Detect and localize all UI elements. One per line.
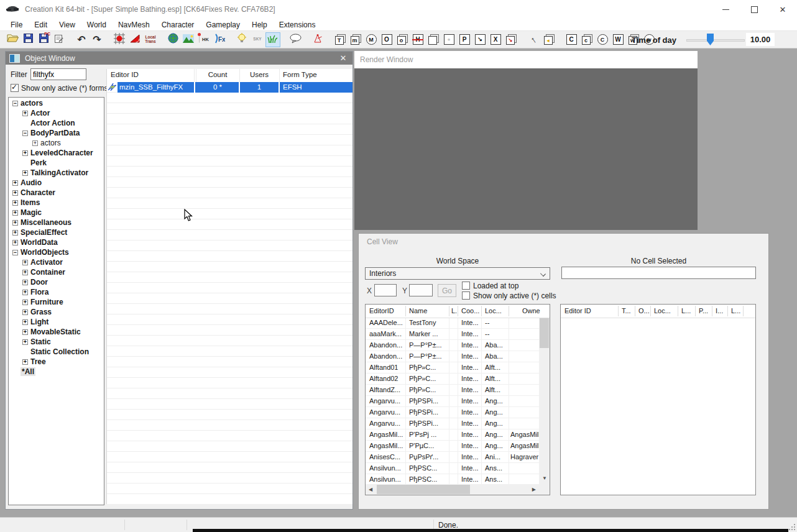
expand-icon[interactable]: + bbox=[22, 359, 28, 365]
world-space-select[interactable]: Interiors bbox=[365, 267, 550, 280]
toolbar-marker-link-cube-button[interactable]: ↘ bbox=[504, 32, 518, 47]
cell-row[interactable]: Ansilvun...РђРЅС...Inte...Ans... bbox=[366, 474, 539, 484]
tree-item-magic[interactable]: +Magic bbox=[9, 208, 104, 218]
expand-icon[interactable]: + bbox=[22, 150, 28, 156]
toolbar-marker-cube-button[interactable] bbox=[426, 32, 441, 47]
object-window-close-icon[interactable]: ✕ bbox=[338, 52, 349, 65]
toolbar-marker-bounds-button[interactable]: ▫ bbox=[441, 32, 456, 47]
filter-input[interactable] bbox=[30, 68, 86, 80]
tree-item-furniture[interactable]: +Furniture bbox=[9, 297, 104, 307]
tree-item-grass[interactable]: +Grass bbox=[9, 307, 104, 317]
tree-item-static-collection[interactable]: Static Collection bbox=[9, 347, 104, 357]
column-header-name-1[interactable]: Name bbox=[409, 307, 427, 314]
menu-item-edit[interactable]: Edit bbox=[29, 19, 53, 30]
menu-item-navmesh[interactable]: NavMesh bbox=[113, 19, 156, 30]
toolbar-save-button[interactable] bbox=[21, 32, 35, 47]
show-only-active-cells-checkbox[interactable]: ✓ bbox=[462, 291, 470, 300]
cell-list-hscrollbar[interactable]: ◀ ▶ bbox=[366, 484, 539, 495]
cell-row[interactable]: AnisesC...РџРѕРґ...Inte...Ani...Hagraver bbox=[366, 452, 539, 463]
expand-icon[interactable]: + bbox=[22, 319, 28, 325]
cell-row[interactable]: Abandon...Р—Р°Р±...Inte...Aba... bbox=[366, 340, 539, 351]
column-header-loc-4[interactable]: Loc... bbox=[485, 307, 502, 314]
menu-item-extensions[interactable]: Extensions bbox=[274, 19, 322, 30]
tree-item-door[interactable]: +Door bbox=[9, 277, 104, 287]
toolbar-toggle-water-fx-button[interactable]: Fx bbox=[212, 32, 227, 47]
cell-row[interactable]: AlftandZ...РђР»С...Inte...Alft... bbox=[366, 385, 539, 396]
ref-column-header-editor-id-0[interactable]: Editor ID bbox=[564, 307, 591, 314]
expand-icon[interactable]: + bbox=[22, 170, 28, 176]
toolbar-marker-temp-button[interactable]: T bbox=[333, 32, 348, 47]
menu-item-file[interactable]: File bbox=[5, 19, 29, 30]
expand-icon[interactable]: + bbox=[12, 240, 18, 245]
toolbar-marker-sound-cube-button[interactable]: ◂ bbox=[541, 32, 556, 47]
tree-item-character[interactable]: +Character bbox=[9, 188, 104, 198]
expand-icon[interactable]: + bbox=[22, 310, 28, 315]
cell-row[interactable]: Alftand02РђР»С...Inte...Alft... bbox=[366, 374, 539, 385]
toolbar-toggle-lights-button[interactable] bbox=[234, 32, 249, 47]
show-only-active-forms-checkbox[interactable]: ✓ bbox=[11, 84, 19, 92]
time-of-day-slider-thumb[interactable] bbox=[707, 34, 714, 45]
toolbar-marker-occlusion-cube-button[interactable]: o bbox=[395, 32, 410, 47]
toolbar-open-button[interactable] bbox=[5, 32, 20, 47]
cell-row[interactable]: Angarvu...РђРЅРі...Inte...Ang... bbox=[366, 407, 539, 418]
tree-item-actor-action[interactable]: Actor Action bbox=[9, 118, 104, 128]
vscroll-thumb[interactable] bbox=[540, 316, 549, 348]
collapse-icon[interactable]: − bbox=[12, 101, 18, 106]
expand-icon[interactable]: + bbox=[22, 270, 28, 275]
cell-list-vscrollbar[interactable]: ▲ ▼ bbox=[539, 305, 550, 484]
expand-icon[interactable]: + bbox=[12, 220, 18, 226]
toolbar-marker-portal-button[interactable]: P bbox=[457, 32, 472, 47]
ref-column-header-t-1[interactable]: T... bbox=[622, 307, 631, 314]
column-header-l-2[interactable]: L. bbox=[451, 307, 457, 314]
toolbar-marker-collision-button[interactable]: C bbox=[564, 32, 579, 47]
tree-item-activator[interactable]: +Activator bbox=[9, 257, 104, 267]
tree-item-worldobjects[interactable]: −WorldObjects bbox=[9, 247, 104, 257]
toolbar-snap-to-grid-button[interactable] bbox=[112, 32, 127, 47]
toolbar-marker-x-button[interactable]: X bbox=[488, 32, 503, 47]
expand-icon[interactable]: + bbox=[22, 329, 28, 335]
toolbar-landscape-editing-button[interactable] bbox=[181, 32, 196, 47]
close-button[interactable]: ✕ bbox=[768, 0, 797, 19]
cell-row[interactable]: aaaMark...Marker ...Inte...-- bbox=[366, 329, 539, 340]
toolbar-toggle-grass-button[interactable] bbox=[265, 32, 280, 47]
time-of-day-slider-track[interactable] bbox=[686, 39, 745, 42]
menu-item-view[interactable]: View bbox=[53, 19, 81, 30]
menu-item-help[interactable]: Help bbox=[246, 19, 274, 30]
expand-icon[interactable]: + bbox=[22, 111, 28, 116]
collapse-icon[interactable]: − bbox=[22, 131, 28, 136]
go-button[interactable]: Go bbox=[438, 284, 456, 297]
tree-item-light[interactable]: +Light bbox=[9, 317, 104, 327]
hscroll-thumb[interactable] bbox=[377, 485, 470, 494]
toolbar-marker-room-bounds-button[interactable]: ↘ bbox=[472, 32, 487, 47]
tree-item-worlddata[interactable]: +WorldData bbox=[9, 237, 104, 247]
column-header-owne-5[interactable]: Owne bbox=[522, 307, 540, 314]
tree-item-perk[interactable]: Perk bbox=[9, 158, 104, 168]
tree-item-container[interactable]: +Container bbox=[9, 267, 104, 277]
object-row[interactable]: mzin_SSB_FilthyFX 0 * 1 EFSH bbox=[107, 82, 352, 93]
ref-column-header-p-5[interactable]: P... bbox=[699, 307, 708, 314]
menu-item-character[interactable]: Character bbox=[156, 19, 201, 30]
toolbar-run-havok-sim-button[interactable]: HK bbox=[196, 32, 211, 47]
cell-row[interactable]: AAADele...TestTonyInte...-- bbox=[366, 318, 539, 329]
scroll-right-icon[interactable]: ▶ bbox=[532, 487, 536, 492]
tree-item-audio[interactable]: +Audio bbox=[9, 178, 104, 188]
menu-item-gameplay[interactable]: Gameplay bbox=[200, 19, 246, 30]
toolbar-preferences-button[interactable] bbox=[52, 32, 67, 47]
tree-item-talkingactivator[interactable]: +TalkingActivator bbox=[9, 168, 104, 178]
toolbar-marker-hinge-button[interactable]: H bbox=[410, 32, 425, 47]
scroll-down-icon[interactable]: ▼ bbox=[542, 476, 547, 481]
expand-icon[interactable]: + bbox=[12, 200, 18, 206]
tree-item-flora[interactable]: +Flora bbox=[9, 287, 104, 297]
column-header-users[interactable]: Users bbox=[239, 71, 279, 78]
toolbar-dialogue-button[interactable] bbox=[288, 32, 303, 47]
ref-column-header-loc-3[interactable]: Loc... bbox=[654, 307, 671, 314]
tree-item-actors[interactable]: −actors bbox=[9, 98, 104, 108]
expand-icon[interactable]: + bbox=[32, 140, 38, 146]
expand-icon[interactable]: + bbox=[22, 290, 28, 295]
toolbar-world-spaces-button[interactable] bbox=[165, 32, 180, 47]
expand-icon[interactable]: + bbox=[12, 180, 18, 186]
y-input[interactable] bbox=[409, 284, 433, 296]
toolbar-save-pc-button[interactable]: PC bbox=[36, 32, 51, 47]
tree-item-actor[interactable]: +Actor bbox=[9, 108, 104, 118]
expand-icon[interactable]: + bbox=[22, 300, 28, 305]
